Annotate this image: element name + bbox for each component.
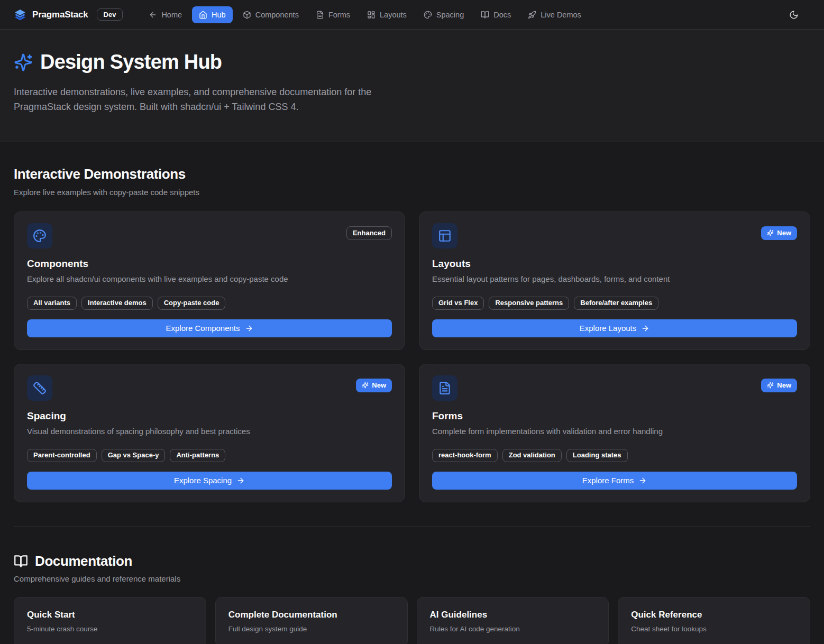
card-tags: Parent-controlled Gap vs Space-y Anti-pa… <box>27 449 392 462</box>
demos-section: Interactive Demonstrations Explore live … <box>14 142 810 502</box>
tag: All variants <box>27 297 77 310</box>
card-title: Layouts <box>432 258 797 270</box>
sparkles-icon <box>767 382 774 389</box>
nav-item-label: Components <box>255 11 299 19</box>
tag: Grid vs Flex <box>432 297 484 310</box>
top-nav-bar: PragmaStack Dev Home Hub Components Form… <box>0 0 824 30</box>
nav-item-label: Spacing <box>436 11 464 19</box>
button-label: Explore Spacing <box>174 476 232 485</box>
tag: Parent-controlled <box>27 449 97 462</box>
theme-toggle-button[interactable] <box>785 6 803 24</box>
card-description: Essential layout patterns for pages, das… <box>432 274 797 283</box>
nav-item-label: Live Demos <box>541 11 581 19</box>
doc-card-description: Full design system guide <box>228 625 395 633</box>
new-badge: New <box>761 379 797 392</box>
card-title: Forms <box>432 410 797 422</box>
nav-item-label: Home <box>161 11 182 19</box>
nav-item-layouts[interactable]: Layouts <box>360 6 414 23</box>
card-components[interactable]: Enhanced Components Explore all shadcn/u… <box>14 211 405 350</box>
brand-name: PragmaStack <box>32 10 88 20</box>
doc-cards-grid: Quick Start 5-minute crash course Comple… <box>14 597 810 644</box>
button-label: Explore Forms <box>582 476 634 485</box>
nav-items: Home Hub Components Forms Layouts Spacin… <box>142 6 588 23</box>
card-icon-box <box>432 375 457 401</box>
sparkles-icon <box>14 53 33 72</box>
package-icon <box>243 11 251 19</box>
arrow-right-icon <box>641 324 649 333</box>
arrow-right-icon <box>236 476 245 485</box>
card-description: Explore all shadcn/ui components with li… <box>27 274 392 283</box>
tag: Gap vs Space-y <box>102 449 166 462</box>
doc-card-title: Quick Reference <box>631 610 797 620</box>
arrow-right-icon <box>245 324 253 333</box>
nav-item-spacing[interactable]: Spacing <box>417 6 471 23</box>
badge-label: New <box>372 381 386 390</box>
tag: Responsive patterns <box>489 297 569 310</box>
arrow-left-icon <box>149 11 157 19</box>
doc-card-title: Complete Documentation <box>228 610 395 620</box>
doc-card-complete-documentation[interactable]: Complete Documentation Full design syste… <box>215 597 408 644</box>
doc-card-quick-reference[interactable]: Quick Reference Cheat sheet for lookups <box>618 597 810 644</box>
card-tags: All variants Interactive demos Copy-past… <box>27 297 392 310</box>
brand[interactable]: PragmaStack <box>14 8 88 21</box>
enhanced-badge: Enhanced <box>346 226 392 240</box>
page-subtitle: Interactive demonstrations, live example… <box>14 85 409 114</box>
card-tags: react-hook-form Zod validation Loading s… <box>432 449 797 462</box>
explore-spacing-button[interactable]: Explore Spacing <box>27 472 392 490</box>
tag: Anti-patterns <box>170 449 225 462</box>
tag: Loading states <box>566 449 628 462</box>
doc-card-quick-start[interactable]: Quick Start 5-minute crash course <box>14 597 206 644</box>
explore-layouts-button[interactable]: Explore Layouts <box>432 319 797 337</box>
explore-forms-button[interactable]: Explore Forms <box>432 472 797 490</box>
doc-card-description: 5-minute crash course <box>27 625 193 633</box>
card-spacing[interactable]: New Spacing Visual demonstrations of spa… <box>14 364 405 502</box>
new-badge: New <box>761 226 797 240</box>
card-layouts[interactable]: New Layouts Essential layout patterns fo… <box>419 211 810 350</box>
tag: Copy-paste code <box>158 297 226 310</box>
sparkles-icon <box>362 382 369 389</box>
button-label: Explore Layouts <box>580 324 637 333</box>
demos-heading: Interactive Demonstrations <box>14 167 810 182</box>
sparkles-icon <box>767 229 774 236</box>
card-icon-box <box>27 223 52 249</box>
nav-item-label: Forms <box>328 11 350 19</box>
card-icon-box <box>27 375 52 401</box>
book-open-icon <box>14 554 28 568</box>
file-text-icon <box>316 11 324 19</box>
explore-components-button[interactable]: Explore Components <box>27 319 392 337</box>
doc-card-ai-guidelines[interactable]: AI Guidelines Rules for AI code generati… <box>417 597 609 644</box>
nav-item-hub[interactable]: Hub <box>192 6 233 23</box>
card-title: Components <box>27 258 392 270</box>
doc-card-description: Rules for AI code generation <box>430 625 596 633</box>
nav-item-label: Layouts <box>380 11 407 19</box>
card-description: Complete form implementations with valid… <box>432 427 797 436</box>
file-text-icon <box>438 381 452 395</box>
docs-heading: Documentation <box>35 554 132 569</box>
nav-item-components[interactable]: Components <box>236 6 306 23</box>
palette-icon <box>424 11 432 19</box>
layout-dashboard-icon <box>367 11 376 19</box>
card-tags: Grid vs Flex Responsive patterns Before/… <box>432 297 797 310</box>
env-badge: Dev <box>97 8 123 21</box>
page-title: Design System Hub <box>40 51 222 74</box>
badge-label: New <box>777 381 791 390</box>
tag: Before/after examples <box>574 297 658 310</box>
tag: Interactive demos <box>81 297 153 310</box>
tag: Zod validation <box>502 449 562 462</box>
card-forms[interactable]: New Forms Complete form implementations … <box>419 364 810 502</box>
doc-card-title: AI Guidelines <box>430 610 596 620</box>
nav-item-label: Hub <box>212 11 226 19</box>
nav-item-docs[interactable]: Docs <box>474 6 518 23</box>
card-description: Visual demonstrations of spacing philoso… <box>27 427 392 436</box>
nav-item-home[interactable]: Home <box>142 6 189 23</box>
new-badge: New <box>356 379 392 392</box>
nav-item-live-demos[interactable]: Live Demos <box>521 6 588 23</box>
panels-top-left-icon <box>438 229 452 243</box>
docs-subheading: Comprehensive guides and reference mater… <box>14 574 810 583</box>
book-open-icon <box>481 11 489 19</box>
arrow-right-icon <box>638 476 647 485</box>
nav-item-forms[interactable]: Forms <box>309 6 357 23</box>
demo-cards-grid: Enhanced Components Explore all shadcn/u… <box>14 211 810 502</box>
palette-icon <box>33 229 47 243</box>
button-label: Explore Components <box>166 324 240 333</box>
